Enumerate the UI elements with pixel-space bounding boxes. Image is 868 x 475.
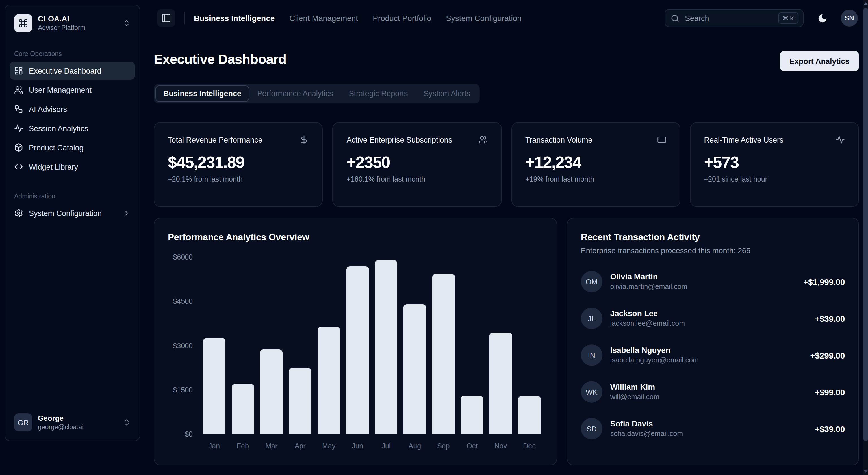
tab-business-intelligence[interactable]: Business Intelligence [155,85,249,102]
avatar: IN [581,345,602,366]
nav-business-intelligence[interactable]: Business Intelligence [194,13,275,23]
stat-title: Total Revenue Performance [168,136,262,144]
transaction-row: SD Sofia Davis sofia.davis@email.com +$3… [581,418,845,439]
y-tick: $0 [185,430,193,438]
transaction-email: sofia.davis@email.com [610,429,807,439]
package-icon [14,143,23,152]
stat-value: +2350 [347,153,488,172]
transactions-list: OM Olivia Martin olivia.martin@email.com… [581,271,845,439]
sidebar-item-user-management[interactable]: User Management [10,81,135,99]
brand-switcher[interactable]: CLOA.AI Advisor Platform [10,10,135,37]
sidebar-item-label: Executive Dashboard [29,66,101,75]
avatar: JL [581,307,602,329]
bar-oct [461,396,484,434]
activity-icon [836,135,845,144]
chart-y-axis: $6000 $4500 $3000 $1500 $0 [168,257,193,434]
stat-card-subscriptions: Active Enterprise Subscriptions +2350 +1… [333,122,502,207]
chart-x-axis: Jan Feb Mar Apr May Jun Jul Aug Sep Oct [200,434,543,451]
user-name: George [38,414,117,423]
bar-may [318,327,340,434]
stat-title: Transaction Volume [525,136,592,144]
scrollbar-down-arrow[interactable] [864,470,868,473]
bar-chart: $6000 $4500 $3000 $1500 $0 [168,257,543,451]
avatar: OM [581,271,602,292]
theme-toggle-button[interactable] [813,8,832,28]
avatar: SD [581,418,602,439]
x-tick: Dec [518,442,540,451]
stat-change: +20.1% from last month [168,175,309,183]
sidebar-item-executive-dashboard[interactable]: Executive Dashboard [10,62,135,80]
avatar: WK [581,381,602,403]
sidebar-group-label-core-operations: Core Operations [14,50,130,57]
bar-aug [403,304,426,434]
transaction-name: Olivia Martin [610,271,795,281]
transaction-name: Sofia Davis [610,418,807,428]
transaction-amount: +$39.00 [815,314,845,323]
transaction-email: olivia.martin@email.com [610,282,795,292]
stat-title: Active Enterprise Subscriptions [347,136,453,144]
sidebar-toggle-button[interactable] [157,9,175,27]
nav-system-configuration[interactable]: System Configuration [446,13,522,23]
search-box[interactable]: ⌘ K [664,9,804,27]
transaction-email: isabella.nguyen@email.com [610,356,802,365]
sidebar-item-session-analytics[interactable]: Session Analytics [10,119,135,138]
nav-client-management[interactable]: Client Management [289,13,358,23]
chevrons-up-down-icon [123,418,130,426]
users-icon [478,135,487,144]
export-analytics-button[interactable]: Export Analytics [780,51,859,71]
app-root: CLOA.AI Advisor Platform Core Operations… [0,0,868,475]
user-menu[interactable]: GR George george@cloa.ai [10,409,135,436]
page-content: Executive Dashboard Export Analytics Bus… [140,36,868,465]
sidebar-item-widget-library[interactable]: Widget Library [10,158,135,176]
stat-change: +201 since last hour [704,175,845,183]
bar-jan [203,338,225,434]
y-tick: $6000 [173,253,193,261]
transaction-row: JL Jackson Lee jackson.lee@email.com +$3… [581,307,845,329]
nav-product-portfolio[interactable]: Product Portfolio [373,13,431,23]
credit-card-icon [657,135,666,144]
user-avatar: GR [14,413,32,432]
sidebar-item-label: Widget Library [29,162,78,171]
transaction-name: Jackson Lee [610,308,807,318]
sidebar-item-system-configuration[interactable]: System Configuration [10,204,135,222]
scrollbar-thumb[interactable] [864,8,868,441]
x-tick: Aug [403,442,426,451]
y-tick: $1500 [173,386,193,394]
tab-strategic-reports[interactable]: Strategic Reports [341,85,416,102]
tab-performance-analytics[interactable]: Performance Analytics [249,85,341,102]
tab-system-alerts[interactable]: System Alerts [415,85,478,102]
scrollbar-up-arrow[interactable] [864,2,868,5]
x-tick: Apr [289,442,311,451]
x-tick: May [318,442,340,451]
stat-value: +12,234 [525,153,666,172]
vertical-scrollbar[interactable] [864,0,868,475]
x-tick: Mar [260,442,283,451]
layout-dashboard-icon [14,66,23,75]
stat-title: Real-Time Active Users [704,136,783,144]
dollar-sign-icon [300,135,309,144]
sidebar: CLOA.AI Advisor Platform Core Operations… [4,4,140,441]
brand-name: CLOA.AI [38,14,117,24]
transaction-row: OM Olivia Martin olivia.martin@email.com… [581,271,845,292]
top-navigation: Business Intelligence Client Management … [194,13,522,23]
panel-left-icon [161,13,171,23]
x-tick: Jul [375,442,397,451]
sidebar-item-ai-advisors[interactable]: AI Advisors [10,100,135,118]
x-tick: Jan [203,442,225,451]
search-input[interactable] [684,13,773,23]
account-avatar[interactable]: SN [841,10,858,27]
bar-jul [375,260,397,434]
top-bar: Business Intelligence Client Management … [140,0,868,36]
stat-cards-row: Total Revenue Performance $45,231.89 +20… [154,122,859,207]
stat-value: $45,231.89 [168,153,309,172]
bar-feb [231,384,254,434]
users-icon [14,85,23,94]
transaction-amount: +$39.00 [815,424,845,434]
stat-card-transaction-volume: Transaction Volume +12,234 +19% from las… [511,122,680,207]
transaction-email: will@email.com [610,392,807,402]
keyboard-shortcut-badge: ⌘ K [778,12,799,24]
workflow-icon [14,105,23,114]
bar-apr [289,368,311,434]
sidebar-item-product-catalog[interactable]: Product Catalog [10,139,135,157]
user-email: george@cloa.ai [38,423,117,431]
